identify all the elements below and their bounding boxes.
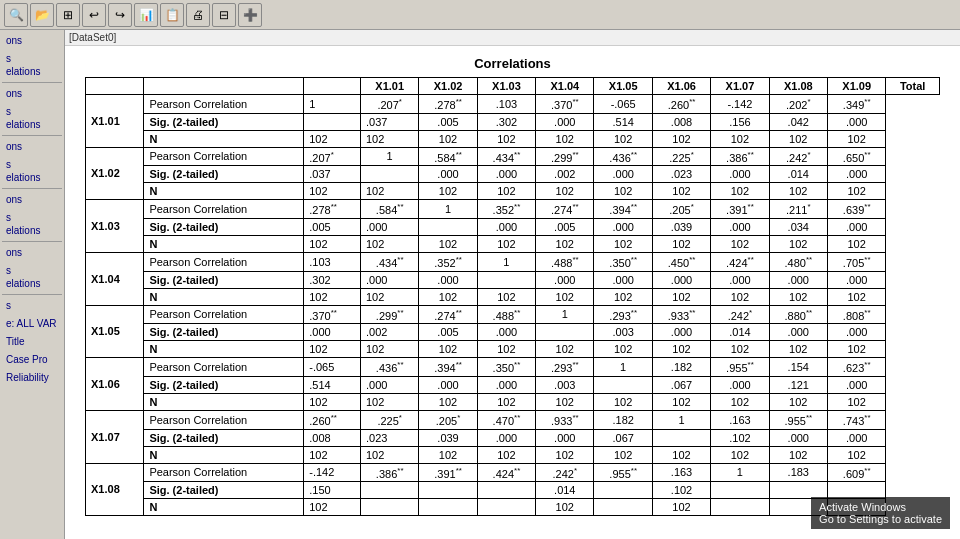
cell: .000 xyxy=(827,271,885,288)
cell: 102 xyxy=(769,341,827,358)
toolbar-btn-print[interactable]: 🖨 xyxy=(186,3,210,27)
sidebar-item-allvar[interactable]: e: ALL VAR xyxy=(2,315,62,332)
cell: 102 xyxy=(536,499,594,516)
subrow-label: Sig. (2-tailed) xyxy=(144,218,304,235)
sidebar-item-reliability[interactable]: Reliability xyxy=(2,369,62,386)
cell xyxy=(594,499,652,516)
col-header-x104: X1.04 xyxy=(536,78,594,95)
toolbar-btn-add[interactable]: ➕ xyxy=(238,3,262,27)
sidebar-item-casepro[interactable]: Case Pro xyxy=(2,351,62,368)
var-label-x107: X1.07 xyxy=(86,410,144,463)
cell: -.142 xyxy=(711,95,769,114)
cell: .000 xyxy=(477,324,535,341)
toolbar-btn-table[interactable]: ⊟ xyxy=(212,3,236,27)
sidebar-item-s[interactable]: s xyxy=(2,297,62,314)
cell: .488** xyxy=(477,305,535,324)
table-row: Sig. (2-tailed) .150 .014 .102 xyxy=(86,482,940,499)
col-header-x106: X1.06 xyxy=(652,78,710,95)
sidebar-item-elations3[interactable]: selations xyxy=(2,156,62,186)
table-row: Sig. (2-tailed) .037 .000 .000 .002 .000… xyxy=(86,166,940,183)
cell xyxy=(769,499,827,516)
subrow-label: Sig. (2-tailed) xyxy=(144,482,304,499)
sidebar-item-title[interactable]: Title xyxy=(2,333,62,350)
cell: .424** xyxy=(477,463,535,482)
cell: 102 xyxy=(711,446,769,463)
cell: .000 xyxy=(419,271,477,288)
table-container: Correlations X1.01 X1.02 X1.03 X1.04 X1.… xyxy=(65,46,960,526)
var-label-x101: X1.01 xyxy=(86,95,144,148)
cell: .350** xyxy=(594,252,652,271)
sidebar-item-ons1[interactable]: ons xyxy=(2,32,62,49)
cell: .436** xyxy=(594,147,652,166)
col-header-x105: X1.05 xyxy=(594,78,652,95)
cell: .225* xyxy=(652,147,710,166)
toolbar-btn-export[interactable]: 📋 xyxy=(160,3,184,27)
cell: 102 xyxy=(769,183,827,200)
col-header-x101: X1.01 xyxy=(360,78,418,95)
table-row: N 102 102 102 102 102 102 102 102 102 10… xyxy=(86,130,940,147)
cell: 102 xyxy=(360,393,418,410)
cell: .450** xyxy=(652,252,710,271)
toolbar-btn-open[interactable]: 📂 xyxy=(30,3,54,27)
cell: 102 xyxy=(827,235,885,252)
cell: .121 xyxy=(769,376,827,393)
cell: .005 xyxy=(419,113,477,130)
cell: .037 xyxy=(360,113,418,130)
cell: 102 xyxy=(769,130,827,147)
sidebar-item-ons4[interactable]: ons xyxy=(2,191,62,208)
cell: 1 xyxy=(304,95,361,114)
sidebar-item-ons2[interactable]: ons xyxy=(2,85,62,102)
subrow-label: N xyxy=(144,183,304,200)
cell: .163 xyxy=(652,463,710,482)
cell: 102 xyxy=(304,393,361,410)
sidebar-item-elations5[interactable]: selations xyxy=(2,262,62,292)
cell: .480** xyxy=(769,252,827,271)
cell: 102 xyxy=(769,288,827,305)
sidebar-item-elations4[interactable]: selations xyxy=(2,209,62,239)
cell: .436** xyxy=(360,358,418,377)
var-label-x102: X1.02 xyxy=(86,147,144,200)
cell: .424** xyxy=(711,252,769,271)
cell: .003 xyxy=(594,324,652,341)
cell: .000 xyxy=(769,429,827,446)
table-row: Sig. (2-tailed) .005 .000 .000 .005 .000… xyxy=(86,218,940,235)
cell: .102 xyxy=(711,429,769,446)
sidebar-item-ons5[interactable]: ons xyxy=(2,244,62,261)
subrow-label: N xyxy=(144,288,304,305)
cell: .650** xyxy=(827,147,885,166)
subrow-label: Pearson Correlation xyxy=(144,358,304,377)
cell: .183 xyxy=(769,463,827,482)
cell: .000 xyxy=(594,271,652,288)
toolbar-btn-undo[interactable]: ↩ xyxy=(82,3,106,27)
toolbar-btn-chart[interactable]: 📊 xyxy=(134,3,158,27)
cell: .039 xyxy=(652,218,710,235)
toolbar: 🔍 📂 ⊞ ↩ ↪ 📊 📋 🖨 ⊟ ➕ xyxy=(0,0,960,30)
cell: .000 xyxy=(711,166,769,183)
cell: .000 xyxy=(594,218,652,235)
toolbar-btn-redo[interactable]: ↪ xyxy=(108,3,132,27)
cell: .211* xyxy=(769,200,827,219)
cell: .002 xyxy=(536,166,594,183)
cell: 102 xyxy=(536,341,594,358)
cell: 102 xyxy=(419,235,477,252)
cell: 1 xyxy=(536,305,594,324)
toolbar-btn-zoom-out[interactable]: 🔍 xyxy=(4,3,28,27)
sidebar-item-elations2[interactable]: selations xyxy=(2,103,62,133)
subrow-label: Sig. (2-tailed) xyxy=(144,324,304,341)
cell: .000 xyxy=(652,271,710,288)
toolbar-btn-split[interactable]: ⊞ xyxy=(56,3,80,27)
subrow-label: Pearson Correlation xyxy=(144,147,304,166)
col-header-x108: X1.08 xyxy=(769,78,827,95)
cell xyxy=(360,499,418,516)
cell: .205* xyxy=(652,200,710,219)
cell: 102 xyxy=(477,393,535,410)
cell: 102 xyxy=(304,183,361,200)
sidebar-item-ons3[interactable]: ons xyxy=(2,138,62,155)
cell: .386** xyxy=(360,463,418,482)
table-row: Sig. (2-tailed) .037 .005 .302 .000 .514… xyxy=(86,113,940,130)
sidebar-item-elations1[interactable]: selations xyxy=(2,50,62,80)
table-row: N 102 102 102 102 102 102 102 102 102 10… xyxy=(86,341,940,358)
cell xyxy=(304,113,361,130)
table-row: X1.07 Pearson Correlation .260** .225* .… xyxy=(86,410,940,429)
cell: .000 xyxy=(827,113,885,130)
